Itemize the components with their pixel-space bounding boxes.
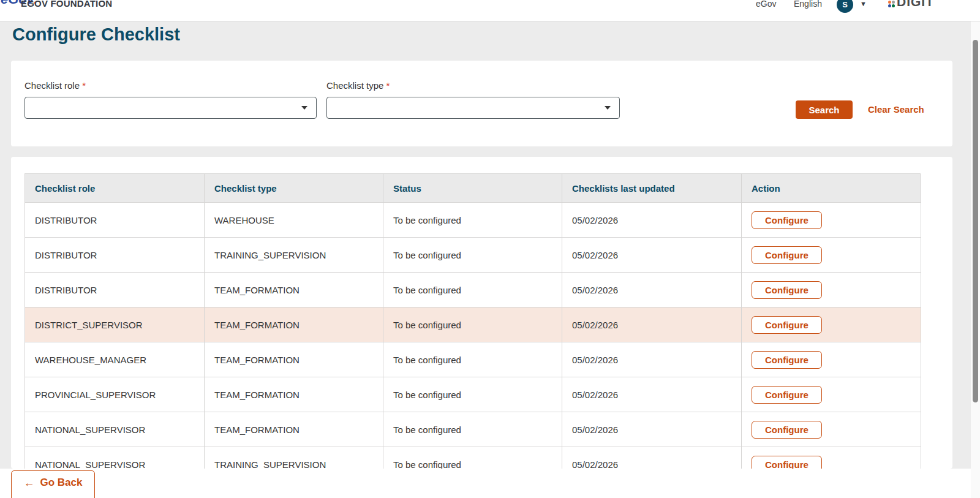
cell-checklist-type: TEAM_FORMATION: [205, 377, 383, 412]
checklist-type-label: Checklist type *: [326, 80, 620, 91]
cell-checklist-type: TEAM_FORMATION: [205, 273, 383, 307]
footer-action-bar: ← Go Back: [0, 469, 980, 498]
go-back-label: Go Back: [40, 477, 83, 489]
configure-button[interactable]: Configure: [752, 386, 822, 404]
column-header-status: Status: [383, 174, 562, 203]
cell-status: To be configured: [383, 307, 562, 342]
table-row: PROVINCIAL_SUPERVISOR TEAM_FORMATION To …: [25, 377, 921, 412]
cell-checklist-role: DISTRIBUTOR: [25, 273, 205, 307]
cell-checklist-type: TEAM_FORMATION: [205, 307, 383, 342]
header-language-link[interactable]: English: [794, 0, 822, 9]
required-asterisk: *: [82, 80, 86, 91]
header-city-link[interactable]: eGov: [756, 0, 776, 9]
configure-button[interactable]: Configure: [752, 316, 822, 334]
cell-action: Configure: [742, 273, 921, 307]
cell-checklist-type: WAREHOUSE: [205, 203, 383, 238]
configure-button[interactable]: Configure: [752, 211, 822, 229]
table-row: NATIONAL_SUPERVISOR TRAINING_SUPERVISION…: [25, 447, 921, 469]
cell-checklist-role: PROVINCIAL_SUPERVISOR: [25, 377, 205, 412]
vertical-scrollbar-track[interactable]: [971, 21, 980, 498]
cell-last-updated: 05/02/2026: [562, 307, 742, 342]
table-row: DISTRIBUTOR TEAM_FORMATION To be configu…: [25, 273, 921, 307]
digit-logo: DIGIT: [888, 0, 934, 9]
table-row: WAREHOUSE_MANAGER TEAM_FORMATION To be c…: [25, 342, 921, 377]
cell-checklist-role: DISTRIBUTOR: [25, 203, 205, 238]
cell-action: Configure: [742, 238, 921, 273]
checklist-table: Checklist role Checklist type Status Che…: [24, 173, 921, 469]
configure-button[interactable]: Configure: [752, 456, 822, 469]
vertical-scrollbar-thumb[interactable]: [973, 40, 978, 402]
cell-checklist-role: DISTRIBUTOR: [25, 238, 205, 273]
go-back-button[interactable]: ← Go Back: [11, 470, 95, 498]
chevron-down-icon: [301, 106, 307, 110]
checklist-role-label: Checklist role *: [24, 80, 317, 91]
configure-button[interactable]: Configure: [752, 421, 822, 439]
cell-last-updated: 05/02/2026: [562, 238, 742, 273]
checklist-type-field: Checklist type *: [326, 80, 620, 119]
table-row: DISTRIBUTOR TRAINING_SUPERVISION To be c…: [25, 238, 921, 273]
page-title: Configure Checklist: [12, 25, 180, 45]
required-asterisk: *: [386, 80, 390, 91]
cell-checklist-type: TEAM_FORMATION: [205, 342, 383, 377]
table-body: DISTRIBUTOR WAREHOUSE To be configured 0…: [25, 203, 921, 469]
cell-checklist-role: NATIONAL_SUPERVISOR: [25, 412, 205, 447]
digit-logo-text: DIGIT: [897, 0, 934, 9]
cell-last-updated: 05/02/2026: [562, 203, 742, 238]
column-header-last-updated: Checklists last updated: [562, 174, 742, 203]
table-row: DISTRICT_SUPERVISOR TEAM_FORMATION To be…: [25, 307, 921, 342]
table-row: NATIONAL_SUPERVISOR TEAM_FORMATION To be…: [25, 412, 921, 447]
clear-search-link[interactable]: Clear Search: [868, 104, 924, 115]
cell-checklist-type: TRAINING_SUPERVISION: [205, 447, 383, 469]
cell-status: To be configured: [383, 203, 562, 238]
table-header-row: Checklist role Checklist type Status Che…: [25, 174, 921, 203]
table-row: DISTRIBUTOR WAREHOUSE To be configured 0…: [25, 203, 921, 238]
user-menu-chevron-down-icon[interactable]: ▼: [860, 0, 867, 7]
cell-checklist-role: DISTRICT_SUPERVISOR: [25, 307, 205, 342]
column-header-checklist-type: Checklist type: [205, 174, 383, 203]
search-button[interactable]: Search: [796, 100, 853, 119]
user-avatar[interactable]: S: [837, 0, 853, 13]
cell-last-updated: 05/02/2026: [562, 412, 742, 447]
cell-status: To be configured: [383, 238, 562, 273]
arrow-left-icon: ←: [24, 477, 35, 489]
search-card: Checklist role * Checklist type * Search…: [11, 61, 952, 146]
configure-button[interactable]: Configure: [752, 351, 822, 369]
checklist-type-dropdown[interactable]: [326, 97, 620, 119]
cell-status: To be configured: [383, 342, 562, 377]
checklist-role-field: Checklist role *: [24, 80, 317, 119]
configure-button[interactable]: Configure: [752, 281, 822, 299]
cell-action: Configure: [742, 203, 921, 238]
cell-checklist-type: TEAM_FORMATION: [205, 412, 383, 447]
cell-last-updated: 05/02/2026: [562, 447, 742, 469]
results-card: Checklist role Checklist type Status Che…: [11, 157, 952, 469]
org-name: EGOV FOUNDATION: [21, 0, 112, 9]
cell-last-updated: 05/02/2026: [562, 377, 742, 412]
cell-checklist-role: NATIONAL_SUPERVISOR: [25, 447, 205, 469]
checklist-role-dropdown[interactable]: [24, 97, 317, 119]
cell-action: Configure: [742, 307, 921, 342]
cell-action: Configure: [742, 377, 921, 412]
cell-status: To be configured: [383, 377, 562, 412]
cell-status: To be configured: [383, 273, 562, 307]
cell-action: Configure: [742, 412, 921, 447]
cell-action: Configure: [742, 447, 921, 469]
cell-checklist-role: WAREHOUSE_MANAGER: [25, 342, 205, 377]
app-header: eGov. EGOV FOUNDATION eGov English S ▼ D…: [0, 0, 980, 21]
cell-checklist-type: TRAINING_SUPERVISION: [205, 238, 383, 273]
cell-status: To be configured: [383, 447, 562, 469]
cell-status: To be configured: [383, 412, 562, 447]
cell-action: Configure: [742, 342, 921, 377]
column-header-action: Action: [742, 174, 921, 203]
digit-dots-icon: [888, 1, 895, 7]
configure-button[interactable]: Configure: [752, 246, 822, 264]
chevron-down-icon: [605, 106, 611, 110]
column-header-checklist-role: Checklist role: [25, 174, 205, 203]
cell-last-updated: 05/02/2026: [562, 342, 742, 377]
cell-last-updated: 05/02/2026: [562, 273, 742, 307]
